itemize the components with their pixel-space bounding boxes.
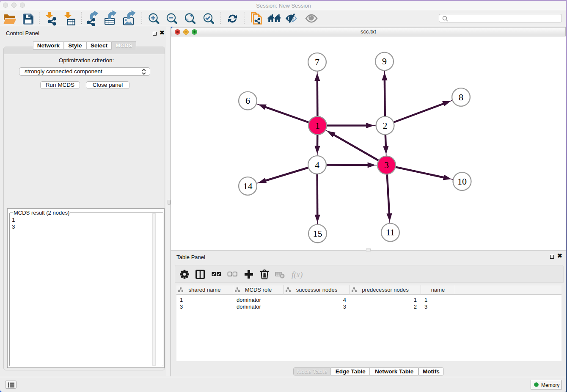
svg-text:11: 11 [386,227,395,237]
svg-text:7: 7 [315,57,319,67]
svg-text:6: 6 [245,95,250,106]
svg-text:2: 2 [383,120,388,131]
svg-text:8: 8 [459,92,463,102]
svg-text:4: 4 [315,160,319,170]
svg-text:3: 3 [384,160,389,170]
svg-text:10: 10 [457,176,467,187]
svg-text:9: 9 [382,56,387,66]
svg-text:1: 1 [315,120,320,131]
svg-text:14: 14 [243,181,253,191]
svg-text:15: 15 [313,228,322,239]
svg-text:f(x): f(x) [292,270,303,279]
